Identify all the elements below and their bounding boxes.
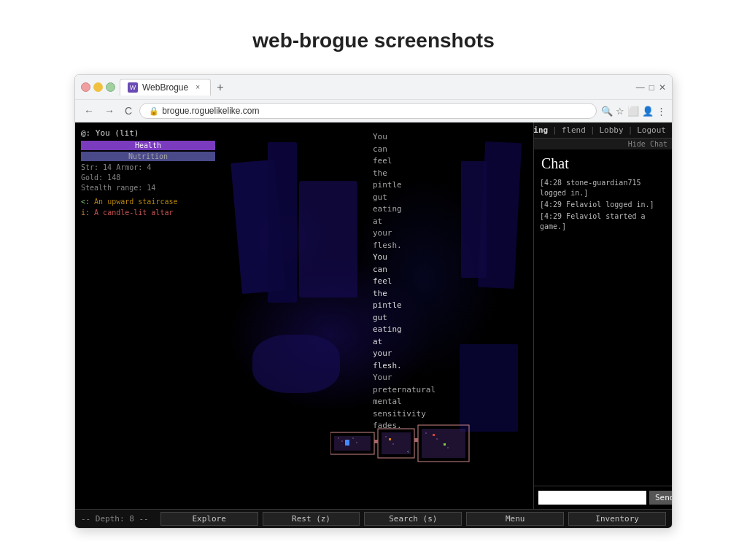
svg-rect-17 bbox=[392, 443, 394, 445]
search-button[interactable]: Search (s) bbox=[364, 512, 462, 526]
player-label: @: You (lit) bbox=[81, 128, 215, 138]
mini-map-svg: < bbox=[330, 418, 476, 476]
browser-tab-active[interactable]: W WebBrogue × bbox=[120, 79, 211, 96]
chat-panel: Playing | flend | Lobby | Logout Hide Ch… bbox=[533, 122, 672, 509]
game-bottom-bar: -- Depth: 8 -- Explore Rest (z) Search (… bbox=[75, 509, 672, 528]
account-icon[interactable]: 👤 bbox=[642, 106, 654, 117]
settings-icon[interactable]: ⋮ bbox=[657, 106, 666, 117]
dungeon-shape-5 bbox=[461, 161, 487, 278]
extensions-icon[interactable]: ⬜ bbox=[627, 106, 639, 117]
svg-rect-14 bbox=[352, 438, 354, 439]
secure-icon: 🔒 bbox=[149, 106, 159, 116]
dungeon-shape-6 bbox=[252, 335, 340, 393]
browser-nav-icons: 🔍 ☆ ⬜ 👤 ⋮ bbox=[601, 106, 666, 117]
nutrition-bar: Nutrition bbox=[81, 152, 215, 161]
pipe2: | bbox=[590, 125, 595, 135]
lobby-link[interactable]: Lobby bbox=[600, 125, 624, 135]
game-container: @: You (lit) Health Nutrition Str: 14 Ar… bbox=[75, 122, 672, 509]
rest-button[interactable]: Rest (z) bbox=[263, 512, 360, 526]
bookmark-icon[interactable]: ☆ bbox=[616, 106, 624, 117]
str-line: Str: 14 Armor: 4 bbox=[81, 163, 215, 173]
item1-label: An upward staircase bbox=[94, 198, 177, 206]
window-minimize-os-button[interactable]: — bbox=[636, 82, 645, 93]
window-controls bbox=[81, 82, 115, 92]
browser-chrome: W WebBrogue × + — □ ✕ ← → C 🔒 brogue.rog… bbox=[75, 75, 672, 122]
gold-line: Gold: 148 bbox=[81, 173, 215, 183]
address-text: brogue.roguelikelike.com bbox=[162, 106, 259, 116]
tab-bar: W WebBrogue × + bbox=[120, 79, 632, 96]
tab-close-button[interactable]: × bbox=[193, 82, 203, 93]
dungeon-shape-3 bbox=[299, 181, 357, 298]
depth-label: -- Depth: 8 -- bbox=[81, 514, 149, 524]
status-bar: Playing | flend | Lobby | Logout bbox=[534, 122, 672, 139]
tab-label: WebBrogue bbox=[142, 82, 188, 93]
nav-bar: ← → C 🔒 brogue.roguelikelike.com 🔍 ☆ ⬜ 👤… bbox=[75, 99, 672, 122]
item1-symbol: <: bbox=[81, 198, 90, 206]
new-tab-button[interactable]: + bbox=[214, 81, 226, 94]
chat-messages: [4:28 stone-guardian715 logged in.] [4:2… bbox=[534, 175, 672, 486]
logout-link[interactable]: Logout bbox=[637, 125, 666, 135]
window-maximize-button[interactable] bbox=[106, 82, 115, 92]
game-map[interactable]: You can feel the pintle gut eating at yo… bbox=[221, 122, 533, 509]
svg-rect-4 bbox=[414, 438, 418, 442]
game-messages: You can feel the pintle gut eating at yo… bbox=[367, 128, 387, 435]
svg-rect-8 bbox=[345, 440, 349, 446]
chat-msg-0: [4:28 stone-guardian715 logged in.] bbox=[540, 178, 666, 198]
svg-rect-19 bbox=[436, 438, 438, 440]
window-minimize-button[interactable] bbox=[93, 82, 103, 92]
item1: <: An upward staircase bbox=[81, 198, 215, 206]
page-title: web-brogue screenshots bbox=[252, 29, 494, 52]
svg-rect-11 bbox=[444, 443, 446, 446]
tab-favicon-icon: W bbox=[128, 82, 138, 93]
svg-rect-20 bbox=[447, 447, 449, 448]
pipe1: | bbox=[552, 125, 557, 135]
mini-map: < bbox=[330, 418, 447, 462]
svg-text:<: < bbox=[407, 449, 409, 454]
svg-rect-10 bbox=[433, 434, 435, 436]
refresh-button[interactable]: C bbox=[122, 104, 135, 118]
window-close-button[interactable] bbox=[81, 82, 90, 92]
user-status: flend bbox=[562, 125, 586, 135]
game-msg-1: You can feel the pintle gut eating at yo… bbox=[373, 131, 382, 252]
browser-window: W WebBrogue × + — □ ✕ ← → C 🔒 brogue.rog… bbox=[74, 74, 673, 529]
pipe3: | bbox=[628, 125, 633, 135]
svg-rect-15 bbox=[356, 442, 357, 443]
menu-button[interactable]: Menu bbox=[466, 512, 564, 526]
dungeon-shape-2 bbox=[268, 142, 297, 303]
stealth-line: Stealth range: 14 bbox=[81, 183, 215, 193]
explore-button[interactable]: Explore bbox=[160, 512, 258, 526]
svg-rect-12 bbox=[338, 438, 339, 439]
svg-rect-18 bbox=[425, 432, 427, 434]
window-close-os-button[interactable]: ✕ bbox=[659, 82, 666, 93]
address-bar[interactable]: 🔒 brogue.roguelikelike.com bbox=[139, 103, 597, 119]
svg-rect-16 bbox=[385, 436, 387, 438]
chat-title: Chat bbox=[534, 151, 672, 175]
chat-msg-1: [4:29 Felaviol logged in.] bbox=[540, 200, 666, 210]
forward-button[interactable]: → bbox=[101, 104, 117, 118]
title-bar: W WebBrogue × + — □ ✕ bbox=[75, 75, 672, 99]
inventory-button[interactable]: Inventory bbox=[568, 512, 666, 526]
window-restore-os-button[interactable]: □ bbox=[649, 82, 654, 93]
game-stats-panel: @: You (lit) Health Nutrition Str: 14 Ar… bbox=[75, 122, 221, 509]
chat-input[interactable] bbox=[538, 491, 646, 505]
chat-input-area: Send bbox=[534, 486, 672, 509]
svg-rect-3 bbox=[374, 440, 378, 443]
svg-rect-6 bbox=[382, 432, 411, 454]
search-icon[interactable]: 🔍 bbox=[601, 106, 613, 117]
health-bar: Health bbox=[81, 141, 215, 150]
chat-msg-2: [4:29 Felaviol started a game.] bbox=[540, 211, 666, 232]
chat-send-button[interactable]: Send bbox=[649, 491, 673, 505]
back-button[interactable]: ← bbox=[81, 104, 97, 118]
svg-rect-9 bbox=[389, 438, 391, 440]
item2-label: A candle-lit altar bbox=[94, 209, 173, 217]
item2-symbol: i: bbox=[81, 209, 90, 217]
svg-rect-13 bbox=[341, 440, 343, 442]
game-msg-2: You can feel the pintle gut eating at yo… bbox=[373, 252, 382, 372]
hide-chat-button[interactable]: Hide Chat bbox=[534, 139, 672, 149]
item2: i: A candle-lit altar bbox=[81, 209, 215, 217]
